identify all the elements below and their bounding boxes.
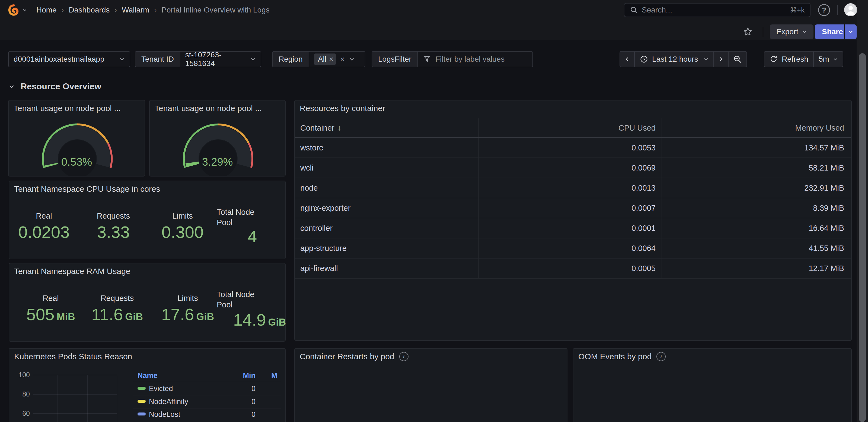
stat-label-requests: Requests xyxy=(101,294,134,303)
cell-container: controller xyxy=(295,218,479,238)
sort-descending-icon: ↓ xyxy=(338,124,341,132)
toolbar-divider xyxy=(763,27,763,37)
breadcrumb-folder[interactable]: Wallarm xyxy=(122,6,150,15)
refresh-button[interactable]: Refresh xyxy=(764,52,814,67)
share-dropdown-button[interactable] xyxy=(844,24,857,39)
legend-header-max[interactable]: M xyxy=(271,371,278,380)
series-color-pill xyxy=(137,387,146,390)
chevron-down-icon xyxy=(802,29,807,34)
zoom-out-button[interactable] xyxy=(728,52,746,67)
time-shift-forward-button[interactable] xyxy=(714,52,728,67)
panel-title[interactable]: Container Restarts by pod i xyxy=(300,352,408,361)
tenant-id-value: st-107263-1581634 xyxy=(185,51,246,67)
legend-series-name[interactable]: NodeLost xyxy=(149,410,180,419)
v-gridline xyxy=(87,375,88,422)
search-input[interactable]: Search... ⌘+k xyxy=(624,3,810,17)
chip-remove-icon[interactable]: × xyxy=(329,55,334,63)
breadcrumb-dashboards[interactable]: Dashboards xyxy=(69,6,110,15)
chevron-down-icon xyxy=(349,56,354,62)
logs-filter-label: LogsFilter xyxy=(372,52,418,67)
refresh-interval-select[interactable]: 5m xyxy=(814,52,843,67)
panel-pods-status-reason: Kubernetes Pods Status Reason 100 80 60 … xyxy=(9,348,286,422)
cell-container: api-firewall xyxy=(295,258,479,278)
table-row[interactable]: nginx-exporter 0.0007 8.39 MiB xyxy=(295,198,851,218)
scrollbar-thumb[interactable] xyxy=(859,53,866,422)
grafana-logo[interactable] xyxy=(8,4,20,16)
help-button[interactable]: ? xyxy=(818,4,830,16)
breadcrumb-separator: › xyxy=(115,6,117,15)
table-row[interactable]: controller 0.0001 16.64 MiB xyxy=(295,218,851,238)
cell-cpu: 0.0007 xyxy=(479,198,662,218)
column-header-memory[interactable]: Memory Used xyxy=(662,118,850,137)
section-title: Resource Overview xyxy=(21,82,101,91)
legend-separator xyxy=(133,395,281,395)
stat-label-limits: Limits xyxy=(177,294,198,303)
v-gridline xyxy=(58,375,58,422)
search-shortcut: ⌘+k xyxy=(790,6,805,15)
chevron-down-icon xyxy=(833,57,838,62)
breadcrumb-home[interactable]: Home xyxy=(36,6,57,15)
panel-title[interactable]: Tenant Namespace CPU Usage in cores xyxy=(14,185,160,194)
panel-title[interactable]: Kubernetes Pods Status Reason xyxy=(14,352,132,361)
region-clear-icon[interactable]: × xyxy=(340,55,345,63)
h-gridline xyxy=(33,394,117,395)
favorite-star-icon[interactable] xyxy=(743,27,753,37)
cell-memory: 41.55 MiB xyxy=(662,238,850,258)
table-row[interactable]: api-firewall 0.0005 12.17 MiB xyxy=(295,258,851,279)
stat-value-requests: 3.33 xyxy=(97,222,130,242)
legend-header-min[interactable]: Min xyxy=(237,371,255,380)
table-row[interactable]: app-structure 0.0064 41.55 MiB xyxy=(295,238,851,258)
stat-label-requests: Requests xyxy=(97,212,130,221)
export-label: Export xyxy=(776,27,798,36)
cell-memory: 12.17 MiB xyxy=(662,258,850,278)
tenant-id-label: Tenant ID xyxy=(135,52,180,67)
column-header-container[interactable]: Container ↓ xyxy=(295,118,479,137)
tenant-id-filter[interactable]: Tenant ID st-107263-1581634 xyxy=(135,51,261,67)
region-label: Region xyxy=(273,52,309,67)
column-header-cpu[interactable]: CPU Used xyxy=(479,118,662,137)
table-row[interactable]: node 0.0013 232.91 MiB xyxy=(295,178,851,198)
section-resource-overview[interactable]: Resource Overview xyxy=(9,82,101,91)
stat-value-real: 0.0203 xyxy=(18,222,70,242)
legend-series-name[interactable]: NodeAffinity xyxy=(149,398,188,406)
panel-title[interactable]: Resources by container xyxy=(300,104,385,113)
stat-value-limits: 0.300 xyxy=(161,222,204,242)
stat-label-real: Real xyxy=(42,294,59,303)
cell-container: app-structure xyxy=(295,238,479,258)
stat-value-total-node-pool: 14.9GiB xyxy=(233,310,286,329)
panel-gauge-node-pool-1: Tenant usage on node pool ... 0.53% xyxy=(8,100,145,176)
time-shift-back-button[interactable] xyxy=(620,52,635,67)
cell-memory: 232.91 MiB xyxy=(662,178,850,198)
region-chip-all[interactable]: All × xyxy=(314,54,336,65)
h-gridline xyxy=(33,375,117,375)
logs-filter[interactable]: LogsFilter Filter by label values xyxy=(372,51,533,67)
legend-header-name[interactable]: Name xyxy=(137,371,158,380)
series-color-pill xyxy=(137,413,146,416)
region-filter[interactable]: Region All × × xyxy=(272,51,365,67)
legend-series-name[interactable]: Evicted xyxy=(149,385,173,393)
panel-title[interactable]: Tenant Namespace RAM Usage xyxy=(14,267,130,276)
cell-memory: 58.21 MiB xyxy=(662,158,850,177)
time-range-picker[interactable]: Last 12 hours xyxy=(635,52,714,67)
table-row[interactable]: wcli 0.0069 58.21 MiB xyxy=(295,158,851,178)
export-button[interactable]: Export xyxy=(770,24,813,39)
stat-value-requests: 11.6GiB xyxy=(91,305,143,324)
cell-cpu: 0.0001 xyxy=(479,218,662,238)
search-icon xyxy=(630,6,638,14)
stat-label-limits: Limits xyxy=(172,212,193,221)
panel-title[interactable]: OOM Events by pod i xyxy=(578,352,665,361)
info-icon[interactable]: i xyxy=(656,352,665,361)
time-range-label: Last 12 hours xyxy=(652,55,698,63)
org-switcher-chevron-icon[interactable] xyxy=(22,8,27,12)
table-row[interactable]: wstore 0.0053 134.57 MiB xyxy=(295,138,851,158)
grafana-dashboard: Home › Dashboards › Wallarm › Portal Inl… xyxy=(0,0,868,422)
refresh-controls: Refresh 5m xyxy=(764,51,843,67)
app-variable-value: d0001ainboxatestmailaapp xyxy=(13,55,104,63)
legend-separator xyxy=(133,408,281,409)
info-icon[interactable]: i xyxy=(399,352,408,361)
panel-gauge-node-pool-2: Tenant usage on node pool ... 3.29% xyxy=(149,100,286,176)
y-axis-tick: 80 xyxy=(9,390,30,398)
cell-memory: 8.39 MiB xyxy=(662,198,850,218)
app-variable-select[interactable]: d0001ainboxatestmailaapp xyxy=(8,51,130,67)
user-avatar[interactable] xyxy=(844,3,857,16)
